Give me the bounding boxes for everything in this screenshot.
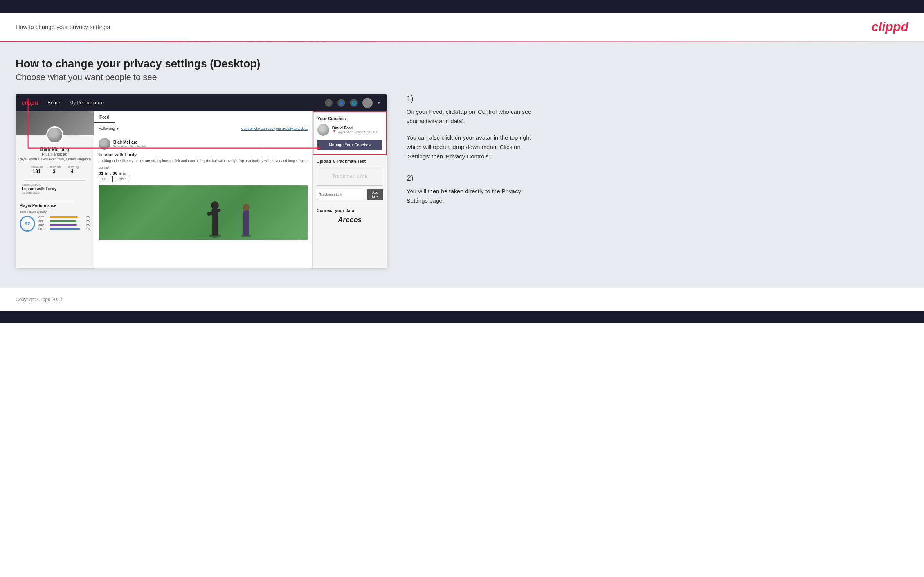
perf-title: Player Performance xyxy=(20,203,90,208)
clippd-logo: clippd xyxy=(872,20,908,34)
content-layout: clippd Home My Performance ⌕ 👤 🌐 ▼ xyxy=(16,94,908,268)
stat-followers: Followers 3 xyxy=(47,165,61,174)
feed-tab[interactable]: Feed xyxy=(94,111,115,123)
app-body: Blair McHarg Plus Handicap Royal North D… xyxy=(16,111,387,268)
step2-number: 2) xyxy=(407,174,536,183)
bar-putt-value: 96 xyxy=(83,228,90,230)
perf-bars: OTT 90 APP xyxy=(38,216,90,232)
step1-number: 1) xyxy=(407,94,536,103)
post-description: Looking to feel like my hands are exitin… xyxy=(99,158,308,164)
trackman-input[interactable] xyxy=(317,189,366,200)
post-tag-ott: OTT xyxy=(99,176,113,182)
stat-following-label: Following xyxy=(66,165,79,169)
app-screenshot: clippd Home My Performance ⌕ 👤 🌐 ▼ xyxy=(16,94,387,268)
stat-followers-label: Followers xyxy=(47,165,61,169)
nav-my-performance[interactable]: My Performance xyxy=(69,99,104,107)
control-privacy-link[interactable]: Control who can see your activity and da… xyxy=(241,127,308,131)
bar-arg: ARG 86 xyxy=(38,224,90,226)
trackman-box: Trackman Link xyxy=(317,167,383,186)
page-subheading: Choose what you want people to see xyxy=(16,72,908,83)
bar-arg-track xyxy=(50,224,81,226)
post-author-name: Blair McHarg xyxy=(113,140,147,144)
user-avatar[interactable] xyxy=(362,98,373,108)
user-icon[interactable]: 👤 xyxy=(337,99,345,107)
stat-activities-label: Activities xyxy=(31,165,43,169)
bar-putt-track xyxy=(50,228,81,230)
svg-point-6 xyxy=(243,204,250,211)
latest-activity-name: Lesson with Fordy xyxy=(16,187,56,191)
feed-area: Feed Following ▾ Control who can see you… xyxy=(94,111,313,268)
trackman-title: Upload a Trackman Test xyxy=(317,159,383,164)
top-bar xyxy=(0,0,924,13)
coaches-section: Your Coaches David Ford 📍 Royal North De… xyxy=(313,111,387,155)
search-icon[interactable]: ⌕ xyxy=(325,99,333,107)
post-author-info: Blair McHarg Yesterday · Sunningdale xyxy=(113,140,147,148)
step2-text: You will then be taken directly to the P… xyxy=(407,187,536,205)
coach-item: David Ford 📍 Royal North Devon Golf Club xyxy=(317,124,382,136)
coach-avatar xyxy=(317,124,329,136)
bar-putt-fill xyxy=(50,228,80,230)
feed-post: Blair McHarg Yesterday · Sunningdale Les… xyxy=(94,134,312,244)
total-quality-label: Total Player Quality xyxy=(20,210,90,214)
step1-extra: You can also click on your avatar in the… xyxy=(407,133,536,161)
bar-ott-track xyxy=(50,216,81,218)
stat-activities: Activities 131 xyxy=(31,165,43,174)
stat-followers-value: 3 xyxy=(47,169,61,174)
following-button[interactable]: Following ▾ xyxy=(99,126,119,131)
quality-circle: 92 xyxy=(20,216,35,232)
following-label: Following xyxy=(99,126,115,131)
post-tags: OTT APP xyxy=(99,176,308,182)
avatar-chevron[interactable]: ▼ xyxy=(377,101,381,105)
profile-stats: Activities 131 Followers 3 Following 4 xyxy=(31,165,79,174)
page-heading: How to change your privacy settings (Des… xyxy=(16,58,908,70)
post-image xyxy=(99,185,308,240)
nav-home[interactable]: Home xyxy=(47,99,60,107)
post-header: Blair McHarg Yesterday · Sunningdale xyxy=(99,138,308,150)
profile-divider xyxy=(23,180,86,181)
bar-ott-label: OTT xyxy=(38,216,48,219)
latest-activity-date: 03 Aug 2022 xyxy=(16,191,40,194)
coach-club-name: Royal North Devon Golf Club xyxy=(337,130,377,134)
coach-name: David Ford xyxy=(332,126,377,130)
quality-number: 92 xyxy=(25,221,30,226)
profile-avatar xyxy=(46,126,63,144)
globe-icon[interactable]: 🌐 xyxy=(350,99,358,107)
perf-divider xyxy=(20,201,76,201)
footer: Copyright Clippd 2022 xyxy=(0,288,924,311)
pin-icon: 📍 xyxy=(332,130,336,134)
bottom-bar xyxy=(0,311,924,323)
coach-club-row: 📍 Royal North Devon Golf Club xyxy=(332,130,377,134)
page-browser-title: How to change your privacy settings xyxy=(16,23,110,30)
bar-putt: PUTT 96 xyxy=(38,228,90,230)
bar-app-track xyxy=(50,220,81,222)
post-date: Yesterday · Sunningdale xyxy=(113,144,147,148)
add-link-button[interactable]: Add Link xyxy=(367,189,383,200)
perf-content: 92 OTT 90 xyxy=(20,216,90,232)
post-avatar xyxy=(99,138,110,150)
connect-section: Connect your data Arccos xyxy=(313,204,387,228)
instruction-step2: 2) You will then be taken directly to th… xyxy=(407,174,536,205)
manage-coaches-button[interactable]: Manage Your Coaches xyxy=(317,140,382,150)
post-duration-value: 01 hr : 30 min xyxy=(99,171,308,176)
app-logo: clippd xyxy=(22,100,38,106)
instruction-step1: 1) On your Feed, click/tap on 'Control w… xyxy=(407,94,536,161)
coach-info: David Ford 📍 Royal North Devon Golf Club xyxy=(332,126,377,134)
header: How to change your privacy settings clip… xyxy=(0,13,924,41)
svg-point-2 xyxy=(211,201,219,209)
stat-following-value: 4 xyxy=(66,169,79,174)
nav-icons: ⌕ 👤 🌐 ▼ xyxy=(325,98,381,108)
bar-arg-fill xyxy=(50,224,77,226)
profile-club: Royal North Devon Golf Club, United King… xyxy=(18,157,91,161)
stat-activities-value: 131 xyxy=(31,169,43,174)
bar-app-value: 85 xyxy=(83,220,90,223)
bar-app: APP 85 xyxy=(38,220,90,223)
connect-title: Connect your data xyxy=(317,208,383,213)
step1-text: On your Feed, click/tap on 'Control who … xyxy=(407,107,536,126)
screenshot-wrapper: clippd Home My Performance ⌕ 👤 🌐 ▼ xyxy=(16,94,387,268)
main-content: How to change your privacy settings (Des… xyxy=(0,42,924,288)
trackman-placeholder: Trackman Link xyxy=(320,173,380,179)
profile-sidebar: Blair McHarg Plus Handicap Royal North D… xyxy=(16,111,94,268)
player-performance: Player Performance Total Player Quality … xyxy=(16,198,94,232)
coaches-section-title: Your Coaches xyxy=(317,116,382,121)
instructions-panel: 1) On your Feed, click/tap on 'Control w… xyxy=(403,94,536,218)
